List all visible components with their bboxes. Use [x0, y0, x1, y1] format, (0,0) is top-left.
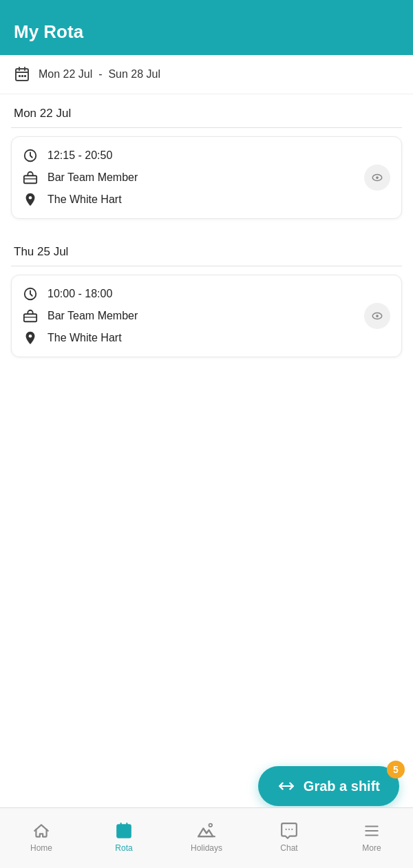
nav-item-chat[interactable]: Chat [248, 821, 330, 853]
svg-rect-2 [21, 75, 23, 77]
svg-point-22 [286, 828, 287, 829]
date-range-bar[interactable]: Mon 22 Jul - Sun 28 Jul [0, 55, 413, 94]
svg-point-24 [291, 828, 293, 829]
shift-role-row-1: Bar Team Member [23, 170, 390, 185]
holidays-icon [197, 821, 216, 840]
shift-role-1: Bar Team Member [47, 171, 138, 184]
shift-location-row-2: The White Hart [23, 330, 390, 346]
main-content: Mon 22 Jul 12:15 - 20:50 Bar Team Member [0, 94, 413, 357]
nav-label-rota: Rota [115, 843, 132, 853]
svg-rect-17 [126, 832, 128, 833]
nav-label-holidays: Holidays [191, 843, 222, 853]
nav-label-home: Home [30, 843, 52, 853]
home-icon [32, 821, 51, 840]
grab-shift-label: Grab a shift [304, 779, 380, 794]
page-title: My Rota [14, 21, 83, 43]
grab-shift-button[interactable]: Grab a shift [258, 766, 399, 806]
svg-rect-10 [24, 314, 36, 321]
clock-icon-2 [23, 286, 38, 301]
nav-label-chat: Chat [280, 843, 297, 853]
grab-shift-badge: 5 [387, 761, 405, 779]
svg-rect-20 [126, 834, 128, 836]
grab-shift-fab-container: Grab a shift 5 [258, 766, 399, 806]
bottom-nav: Home Rota Holida [0, 807, 413, 868]
location-icon-1 [23, 192, 38, 207]
shift-time-row-2: 10:00 - 18:00 [23, 286, 390, 301]
chat-icon [279, 821, 299, 840]
svg-rect-3 [24, 75, 26, 77]
date-range-text: Mon 22 Jul - Sun 28 Jul [39, 68, 160, 81]
shift-role-2: Bar Team Member [47, 310, 138, 322]
day-label-thu: Thu 25 Jul [11, 233, 402, 266]
svg-point-11 [29, 335, 32, 338]
more-icon [362, 821, 381, 840]
nav-item-holidays[interactable]: Holidays [165, 821, 248, 853]
rota-icon [114, 821, 134, 840]
clock-icon-1 [23, 148, 38, 163]
nav-item-home[interactable]: Home [0, 821, 83, 853]
shift-location-row-1: The White Hart [23, 192, 390, 207]
shift-location-1: The White Hart [47, 193, 122, 206]
view-shift-button-2[interactable] [364, 303, 390, 329]
svg-rect-15 [120, 832, 122, 833]
svg-rect-1 [19, 75, 21, 77]
briefcase-icon-2 [23, 308, 38, 324]
svg-point-21 [209, 823, 213, 827]
svg-rect-19 [123, 834, 125, 836]
location-icon-2 [23, 330, 38, 346]
svg-point-23 [288, 828, 290, 829]
shift-time-2: 10:00 - 18:00 [47, 288, 112, 300]
calendar-icon [14, 66, 30, 83]
svg-point-13 [376, 315, 379, 317]
view-shift-button-1[interactable] [364, 165, 390, 191]
shift-location-2: The White Hart [47, 332, 122, 344]
nav-item-rota[interactable]: Rota [83, 821, 165, 853]
svg-rect-16 [123, 832, 125, 833]
day-label-mon: Mon 22 Jul [11, 94, 402, 128]
svg-rect-18 [120, 834, 122, 836]
shift-card-1: 12:15 - 20:50 Bar Team Member The White … [11, 136, 402, 219]
svg-rect-5 [24, 176, 36, 183]
shift-card-2: 10:00 - 18:00 Bar Team Member The White … [11, 275, 402, 357]
nav-item-more[interactable]: More [330, 821, 413, 853]
app-header: My Rota [0, 0, 413, 55]
svg-rect-0 [16, 69, 28, 81]
shift-time-row-1: 12:15 - 20:50 [23, 148, 390, 163]
svg-point-6 [29, 196, 32, 200]
shift-role-row-2: Bar Team Member [23, 308, 390, 324]
briefcase-icon-1 [23, 170, 38, 185]
svg-point-8 [376, 176, 379, 179]
shift-time-1: 12:15 - 20:50 [47, 149, 112, 162]
nav-label-more: More [362, 843, 381, 853]
